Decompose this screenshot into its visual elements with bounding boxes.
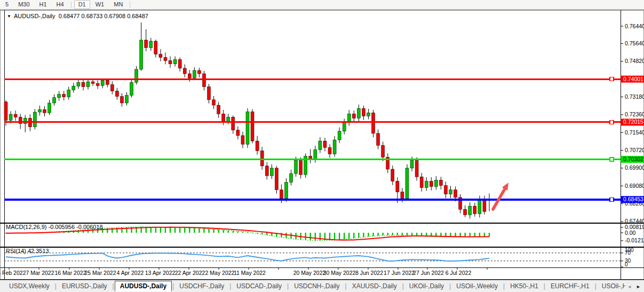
svg-text:0.71540: 0.71540: [625, 129, 644, 136]
candle-body: [483, 200, 486, 211]
level-price-badge: 0.68453: [621, 196, 644, 203]
tabs-scroll-right-icon[interactable]: ►: [636, 284, 641, 289]
svg-text:7 Mar 2022: 7 Mar 2022: [26, 270, 54, 276]
symbol-tab-usdchf-daily[interactable]: USDCHF-,Daily: [174, 281, 229, 291]
svg-text:17 Jun 2022: 17 Jun 2022: [384, 270, 415, 276]
candle-body: [343, 123, 346, 131]
symbol-tab-hk50-h1[interactable]: HK50-,H1: [505, 281, 543, 291]
candle-body: [434, 180, 438, 186]
candle-body: [222, 114, 225, 121]
rsi-indicator: [4, 253, 621, 261]
macd-histogram-bar: [358, 233, 359, 238]
candle-body: [227, 117, 230, 121]
candle-body: [410, 161, 414, 168]
candle-body: [401, 192, 404, 199]
level-line-handle: [610, 120, 614, 124]
macd-histogram-bar: [233, 231, 234, 233]
candle-body: [217, 105, 220, 114]
symbol-tab-eurusd-daily[interactable]: EURUSD-,Daily: [57, 281, 112, 291]
symbol-tab-usoil-weekly[interactable]: USOil-,Weekly: [451, 281, 503, 291]
svg-text:70: 70: [625, 250, 631, 256]
candle-body: [43, 109, 46, 113]
macd-histogram-bar: [377, 233, 378, 236]
candle-body: [299, 161, 303, 175]
candle-body: [372, 113, 375, 133]
timeframe-button-m30[interactable]: M30: [14, 0, 34, 9]
symbol-dropdown-icon[interactable]: ▼: [7, 14, 11, 19]
candle-body: [53, 98, 56, 103]
rsi-line: [6, 253, 489, 261]
svg-text:6 Jul 2022: 6 Jul 2022: [446, 270, 472, 276]
svg-text:0.74820: 0.74820: [625, 58, 644, 64]
svg-text:8 Jun 2022: 8 Jun 2022: [355, 270, 383, 276]
macd-histogram-bar: [228, 231, 229, 233]
candle-body: [197, 70, 201, 74]
timeframe-button-h1[interactable]: H1: [35, 0, 51, 9]
candle-body: [449, 190, 452, 194]
candle-body: [323, 141, 327, 147]
level-line-handle: [610, 157, 614, 161]
candle-body: [96, 83, 99, 85]
macd-histogram-bar: [402, 233, 403, 235]
chart-window: 0.764400.756400.748200.731800.723600.715…: [0, 10, 644, 280]
macd-histogram-bar: [484, 233, 485, 236]
candle-body: [236, 130, 240, 136]
symbol-tab-eurchf-h1[interactable]: EURCHF-,H1: [546, 281, 594, 291]
svg-text:0.75640: 0.75640: [625, 40, 644, 46]
macd-histogram-bar: [155, 227, 156, 233]
candle-body: [352, 114, 355, 118]
candle-body: [468, 206, 472, 215]
svg-text:0.69900: 0.69900: [625, 164, 644, 171]
candle-body: [202, 74, 205, 86]
candle-body: [110, 84, 114, 91]
macd-histogram-bar: [198, 228, 200, 233]
timeframe-button-d1[interactable]: D1: [74, 0, 90, 9]
candle-body: [391, 169, 394, 181]
symbol-tab-xauusd-daily[interactable]: XAUUSD-,Daily: [347, 281, 402, 291]
svg-text:0.74001: 0.74001: [623, 76, 643, 82]
candle-body: [362, 108, 365, 116]
timeframe-button-h4[interactable]: H4: [52, 0, 68, 9]
svg-text:0.76440: 0.76440: [625, 23, 644, 29]
macd-histogram-bar: [387, 233, 388, 235]
macd-histogram-bar: [266, 233, 267, 235]
candle-body: [86, 82, 90, 86]
svg-text:0.70720: 0.70720: [625, 147, 644, 153]
candle-body: [91, 82, 94, 83]
candle-body: [290, 173, 293, 182]
symbol-tab-audusd-daily[interactable]: AUDUSD-,Daily: [115, 281, 172, 291]
macd-histogram-bar: [165, 227, 166, 233]
candle-body: [101, 80, 104, 85]
macd-histogram-bar: [334, 233, 335, 240]
candle-body: [135, 69, 138, 82]
candle-body: [173, 60, 177, 64]
trend-arrow-annotation[interactable]: [493, 183, 508, 209]
candle-body: [280, 190, 283, 199]
svg-text:30 May 2022: 30 May 2022: [323, 270, 356, 276]
timeframe-button-w1[interactable]: W1: [91, 0, 109, 9]
timeframe-button-mn[interactable]: MN: [109, 0, 127, 9]
symbol-tab-usdcad-daily[interactable]: USDCAD-,Daily: [232, 281, 287, 291]
macd-histogram-bar: [174, 227, 176, 233]
candle-body: [367, 113, 370, 116]
time-axis: 25 Feb 20227 Mar 202216 Mar 202225 Mar 2…: [0, 267, 487, 276]
macd-histogram-bar: [320, 233, 321, 241]
tabs-scroll-left-icon[interactable]: ◄: [627, 284, 632, 289]
symbol-tab-ukoil-daily[interactable]: UKOil-,Daily: [404, 281, 449, 291]
candle-body: [4, 102, 7, 121]
candle-body: [188, 74, 191, 78]
macd-histogram-bar: [237, 231, 238, 233]
candle-body: [33, 112, 36, 127]
symbol-tab-usdx-weekly[interactable]: USDX,Weekly: [4, 281, 54, 291]
candle-body: [265, 166, 268, 176]
macd-histogram-bar: [203, 228, 204, 233]
candle-body: [251, 112, 254, 141]
candle-body: [256, 141, 259, 151]
timeframe-button-5[interactable]: 5: [1, 0, 13, 9]
symbol-tab-usdcnh-daily[interactable]: USDCNH-,Daily: [289, 281, 344, 291]
candle-body: [77, 82, 80, 86]
svg-text:0.70302: 0.70302: [623, 156, 643, 162]
svg-text:2 May 2022: 2 May 2022: [205, 270, 235, 276]
candle-body: [193, 70, 196, 78]
candle-body: [314, 149, 317, 159]
